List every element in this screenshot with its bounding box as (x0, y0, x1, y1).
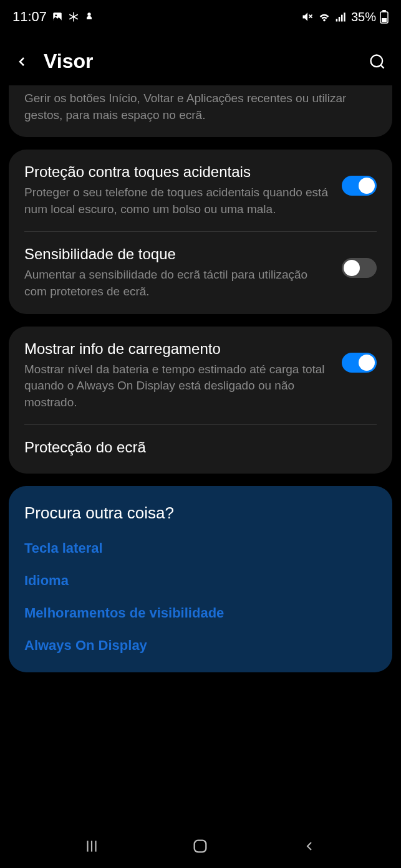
toggle-knob (344, 260, 360, 276)
svg-rect-11 (344, 12, 345, 21)
back-nav-button[interactable] (294, 831, 325, 862)
svg-line-16 (380, 65, 384, 68)
setting-title: Protecção do ecrã (24, 439, 377, 456)
setting-desc: Aumentar a sensibilidade do ecrã táctil … (24, 267, 329, 300)
svg-point-5 (87, 12, 90, 16)
back-button[interactable] (12, 52, 31, 71)
search-icon (369, 53, 386, 70)
setting-desc: Proteger o seu telefone de toques aciden… (24, 184, 329, 217)
touch-sensitivity-toggle[interactable] (342, 258, 377, 278)
touch-settings-card: Proteção contra toques acidentais Proteg… (9, 150, 392, 313)
charging-info-item[interactable]: Mostrar info de carregamento Mostrar nív… (9, 327, 392, 425)
app-icon (84, 12, 94, 22)
setting-title: Mostrar info de carregamento (24, 340, 329, 358)
screen-saver-item[interactable]: Protecção do ecrã (9, 425, 392, 474)
back-icon (302, 839, 317, 854)
status-time: 11:07 (12, 9, 47, 25)
svg-rect-14 (382, 18, 387, 22)
battery-percent: 35% (351, 10, 376, 24)
setting-content: Protecção do ecrã (24, 439, 377, 460)
home-icon (191, 837, 209, 855)
accidental-touch-protection-item[interactable]: Proteção contra toques acidentais Proteg… (9, 150, 392, 231)
recents-icon (84, 838, 100, 854)
svg-rect-9 (339, 17, 341, 22)
toggle-knob (359, 355, 375, 371)
wifi-icon (317, 10, 331, 24)
setting-desc: Gerir os botões Início, Voltar e Aplicaç… (24, 90, 377, 123)
status-right: 35% (301, 10, 389, 24)
setting-content: Sensibilidade de toque Aumentar a sensib… (24, 246, 329, 300)
setting-content: Proteção contra toques acidentais Proteg… (24, 163, 329, 217)
page-header: Visor (0, 31, 401, 85)
navigation-bar-card-partial[interactable]: Gerir os botões Início, Voltar e Aplicaç… (9, 85, 392, 137)
chevron-left-icon (14, 54, 29, 69)
accidental-touch-toggle[interactable] (342, 176, 377, 196)
signal-icon (335, 11, 347, 23)
mute-icon (301, 11, 314, 23)
svg-rect-8 (336, 19, 338, 21)
gallery-icon (52, 11, 63, 22)
svg-rect-10 (341, 15, 343, 22)
setting-title: Sensibilidade de toque (24, 246, 329, 263)
home-button[interactable] (185, 831, 216, 862)
suggestion-visibility[interactable]: Melhoramentos de visibilidade (24, 605, 377, 621)
suggestions-card: Procura outra coisa? Tecla lateral Idiom… (9, 486, 392, 672)
search-button[interactable] (366, 50, 389, 73)
suggestion-language[interactable]: Idioma (24, 573, 377, 589)
recents-button[interactable] (76, 831, 107, 862)
status-left: 11:07 (12, 9, 94, 25)
svg-rect-20 (195, 841, 206, 852)
setting-title: Proteção contra toques acidentais (24, 163, 329, 181)
charging-info-toggle[interactable] (342, 353, 377, 373)
snowflake-icon (68, 11, 79, 22)
page-title: Visor (44, 50, 354, 73)
suggestion-side-key[interactable]: Tecla lateral (24, 540, 377, 556)
setting-desc: Mostrar nível da bateria e tempo estimad… (24, 361, 329, 411)
suggestions-title: Procura outra coisa? (24, 503, 377, 523)
charging-screen-card: Mostrar info de carregamento Mostrar nív… (9, 327, 392, 474)
navigation-bar (0, 824, 401, 868)
setting-content: Mostrar info de carregamento Mostrar nív… (24, 340, 329, 411)
toggle-knob (359, 178, 375, 194)
status-bar: 11:07 35% (0, 0, 401, 31)
svg-rect-13 (382, 10, 386, 12)
svg-point-15 (371, 55, 383, 67)
touch-sensitivity-item[interactable]: Sensibilidade de toque Aumentar a sensib… (9, 232, 392, 313)
battery-icon (380, 10, 389, 24)
suggestion-always-on-display[interactable]: Always On Display (24, 637, 377, 654)
svg-point-1 (55, 14, 57, 16)
